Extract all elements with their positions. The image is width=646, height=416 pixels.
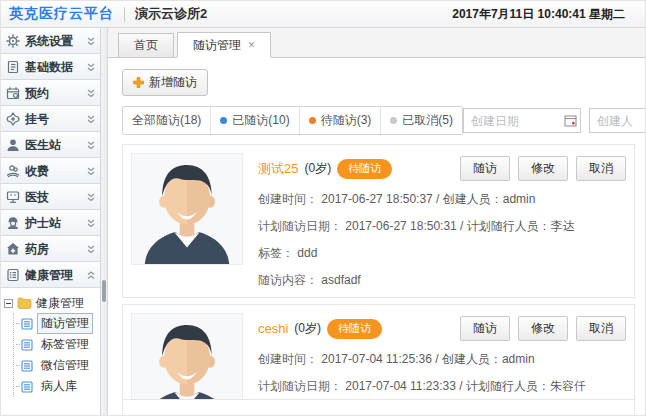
filter-row: 全部随访(18) 已随访(10) 待随访(3) 已取消(5) <box>108 101 645 144</box>
sidebar-item-appointment[interactable]: 预约 <box>1 80 100 106</box>
cancel-button[interactable]: 取消 <box>576 316 626 341</box>
splitter-handle[interactable] <box>102 280 106 302</box>
chevron-double-down-icon <box>87 245 95 254</box>
main-content: 首页 随访管理 × 新增随访 全部随访(18) <box>108 28 645 416</box>
sidebar-item-basic-data[interactable]: 基础数据 <box>1 54 100 80</box>
fee-icon <box>6 164 20 178</box>
clinic-name: 演示云诊所2 <box>135 5 207 23</box>
tree-folder-label: 健康管理 <box>36 295 84 312</box>
edit-button[interactable]: 修改 <box>518 156 568 181</box>
patient-age: (0岁) <box>304 160 331 177</box>
edit-button[interactable]: 修改 <box>518 316 568 341</box>
add-followup-label: 新增随访 <box>149 74 197 91</box>
card-body: 测试25 (0岁) 待随访 随访 修改 取消 创建时间： 2017-06-27 <box>258 153 626 289</box>
filter-label: 待随访(3) <box>321 112 372 129</box>
sidebar-item-label: 基础数据 <box>25 59 73 76</box>
close-icon[interactable]: × <box>248 39 255 51</box>
followup-button[interactable]: 随访 <box>460 156 510 181</box>
filter-all[interactable]: 全部随访(18) <box>123 107 211 134</box>
sidebar-tree: 健康管理 随访管理 标签管理 <box>1 288 100 402</box>
sidebar-item-nurse-station[interactable]: 护士站 <box>1 210 100 236</box>
doctor-icon <box>6 138 20 152</box>
header-divider <box>124 7 125 22</box>
sidebar-item-pharmacy[interactable]: 药房 <box>1 236 100 262</box>
monitor-icon <box>6 190 20 204</box>
chevron-double-down-icon <box>87 219 95 228</box>
tree-item-patient-db[interactable]: 病人库 <box>16 376 97 397</box>
sidebar-item-medtech[interactable]: 医技 <box>1 184 100 210</box>
filter-cancelled[interactable]: 已取消(5) <box>381 107 462 134</box>
tree-item-label: 病人库 <box>37 376 81 397</box>
create-time-line: 创建时间： 2017-07-04 11:25:36 / 创建人员：admin <box>258 351 626 368</box>
toolbar: 新增随访 <box>108 58 645 101</box>
tree-item-label: 随访管理 <box>37 313 93 334</box>
followup-card: ceshi (0岁) 待随访 随访 修改 取消 创建时间： 2017-07-04 <box>122 304 635 399</box>
list-icon <box>21 339 33 351</box>
tab-followup-mgmt[interactable]: 随访管理 × <box>177 32 271 58</box>
calendar-picker-icon[interactable] <box>564 114 577 127</box>
patient-name: ceshi <box>258 321 288 336</box>
sidebar-item-fees[interactable]: 收费 <box>1 158 100 184</box>
creator-input[interactable] <box>589 108 645 133</box>
tab-label: 首页 <box>134 37 158 54</box>
filter-pending[interactable]: 待随访(3) <box>300 107 382 134</box>
followup-button[interactable]: 随访 <box>460 316 510 341</box>
patient-name: 测试25 <box>258 160 298 178</box>
calendar-icon <box>6 86 20 100</box>
tab-home[interactable]: 首页 <box>118 33 174 57</box>
tree-item-followup-mgmt[interactable]: 随访管理 <box>16 313 97 334</box>
sidebar-splitter[interactable] <box>101 28 108 416</box>
avatar <box>131 153 243 265</box>
filter-group: 全部随访(18) 已随访(10) 待随访(3) 已取消(5) <box>122 106 463 135</box>
blue-dot-icon <box>220 117 227 124</box>
app-window: 英克医疗云平台 演示云诊所2 2017年7月11日 10:40:41 星期二 系… <box>0 0 646 416</box>
header-datetime: 2017年7月11日 10:40:41 星期二 <box>452 6 637 23</box>
app-logo: 英克医疗云平台 <box>9 5 114 23</box>
chevron-double-up-icon <box>87 271 95 280</box>
content-line: 随访内容： asdfadf <box>258 272 626 289</box>
sidebar-item-label: 收费 <box>25 163 49 180</box>
status-badge: 待随访 <box>327 319 382 339</box>
chevron-double-down-icon <box>87 141 95 150</box>
followup-list: 测试25 (0岁) 待随访 随访 修改 取消 创建时间： 2017-06-27 <box>108 144 645 399</box>
filter-label: 全部随访(18) <box>132 112 201 129</box>
avatar <box>131 313 243 399</box>
registration-icon <box>6 112 20 126</box>
health-icon <box>6 268 20 282</box>
pharmacy-icon <box>6 242 20 256</box>
create-time-line: 创建时间： 2017-06-27 18:50:37 / 创建人员：admin <box>258 191 626 208</box>
sidebar-item-label: 健康管理 <box>25 267 73 284</box>
sidebar-item-health-mgmt[interactable]: 健康管理 <box>1 262 100 288</box>
plan-date-line: 计划随访日期： 2017-07-04 11:23:33 / 计划随行人员：朱容仟 <box>258 378 626 395</box>
tree-node-health-mgmt[interactable]: 健康管理 <box>4 293 97 313</box>
tab-label: 随访管理 <box>193 37 241 54</box>
folder-icon <box>17 297 32 309</box>
tree-item-label: 微信管理 <box>37 355 93 376</box>
chevron-double-down-icon <box>87 115 95 124</box>
nurse-icon <box>6 216 20 230</box>
list-icon <box>21 360 33 372</box>
filter-label: 已随访(10) <box>232 112 289 129</box>
collapse-minus-icon[interactable] <box>4 299 13 308</box>
sidebar-item-label: 预约 <box>25 85 49 102</box>
book-icon <box>6 60 20 74</box>
orange-dot-icon <box>309 117 316 124</box>
list-icon <box>21 381 33 393</box>
gear-icon <box>6 34 20 48</box>
chevron-double-down-icon <box>87 63 95 72</box>
sidebar-item-system-settings[interactable]: 系统设置 <box>1 28 100 54</box>
list-icon <box>21 318 33 330</box>
sidebar-item-label: 药房 <box>25 241 49 258</box>
cancel-button[interactable]: 取消 <box>576 156 626 181</box>
chevron-double-down-icon <box>87 89 95 98</box>
chevron-double-down-icon <box>87 167 95 176</box>
app-header: 英克医疗云平台 演示云诊所2 2017年7月11日 10:40:41 星期二 <box>1 1 645 28</box>
sidebar-item-registration[interactable]: 挂号 <box>1 106 100 132</box>
sidebar-item-doctor-station[interactable]: 医生站 <box>1 132 100 158</box>
tree-item-wechat-mgmt[interactable]: 微信管理 <box>16 355 97 376</box>
add-followup-button[interactable]: 新增随访 <box>122 69 208 96</box>
followup-card: 测试25 (0岁) 待随访 随访 修改 取消 创建时间： 2017-06-27 <box>122 144 635 298</box>
filter-done[interactable]: 已随访(10) <box>211 107 299 134</box>
tree-item-tag-mgmt[interactable]: 标签管理 <box>16 334 97 355</box>
sidebar-item-label: 护士站 <box>25 215 61 232</box>
